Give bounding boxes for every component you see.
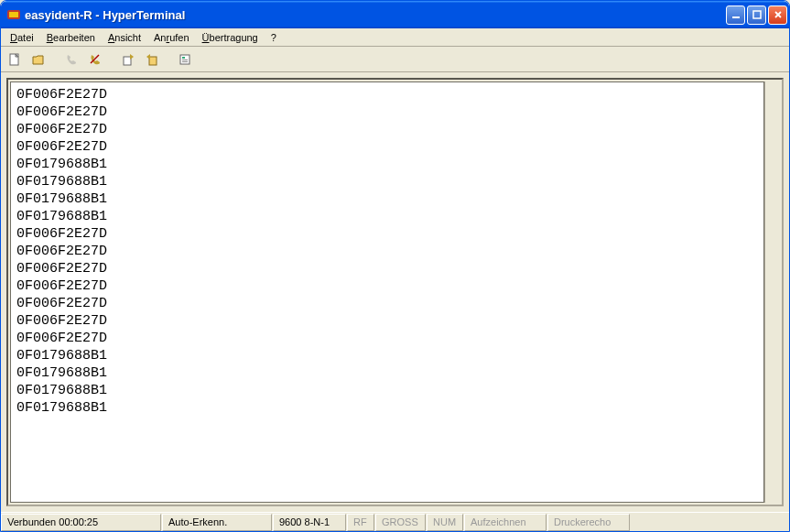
disconnect-button[interactable] [85,49,105,70]
menu-ansicht[interactable]: Ansicht [103,31,146,44]
terminal-output[interactable]: 0F006F2E27D 0F006F2E27D 0F006F2E27D 0F00… [10,81,764,503]
app-icon [6,7,21,22]
status-record: Aufzeichnen [464,514,547,531]
menu-anrufen[interactable]: Anrufen [148,31,195,44]
send-file-button[interactable] [118,49,138,70]
titlebar[interactable]: easyident-R - HyperTerminal [1,1,789,28]
svg-rect-2 [732,16,740,18]
svg-rect-6 [124,57,131,65]
svg-rect-11 [182,61,188,62]
menu-datei[interactable]: Datei [5,31,39,44]
vertical-scrollbar[interactable] [764,81,780,503]
open-file-button[interactable] [28,49,49,70]
menubar: Datei Bearbeiten Ansicht Anrufen Übertra… [1,28,789,47]
statusbar: Verbunden 00:00:25 Auto-Erkenn. 9600 8-N… [1,512,789,531]
window-controls [726,5,787,25]
new-file-button[interactable] [5,49,25,70]
minimize-button[interactable] [726,5,745,25]
status-port: 9600 8-N-1 [273,514,346,531]
app-window: easyident-R - HyperTerminal Datei Bearbe… [0,0,790,532]
window-title: easyident-R - HyperTerminal [25,8,726,22]
status-connected: Verbunden 00:00:25 [1,514,161,531]
menu-bearbeiten[interactable]: Bearbeiten [41,31,101,44]
maximize-button[interactable] [747,5,766,25]
call-button [61,49,81,70]
status-echo: Druckerecho [547,514,630,531]
svg-rect-10 [182,60,188,60]
status-detect: Auto-Erkenn. [162,514,272,531]
content-frame: 0F006F2E27D 0F006F2E27D 0F006F2E27D 0F00… [1,72,789,512]
toolbar [1,47,789,72]
menu-help[interactable]: ? [265,31,282,44]
svg-rect-1 [9,12,18,17]
status-caps: GROSS [375,514,426,531]
receive-file-button[interactable] [142,49,162,70]
svg-rect-7 [149,57,157,65]
status-spacer [631,514,788,531]
status-rf: RF [347,514,374,531]
status-num: NUM [427,514,463,531]
svg-rect-3 [753,11,761,18]
terminal-wrap: 0F006F2E27D 0F006F2E27D 0F006F2E27D 0F00… [6,78,784,506]
close-button[interactable] [768,5,787,25]
properties-button[interactable] [175,49,195,70]
svg-rect-9 [182,57,185,59]
menu-uebertragung[interactable]: Übertragung [197,31,264,44]
